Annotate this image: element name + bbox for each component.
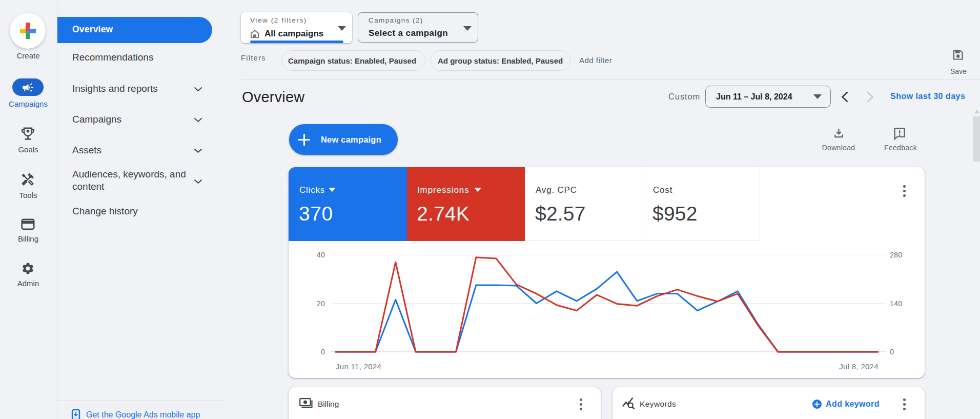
svg-text:40: 40 [317,251,325,259]
svg-text:Jun 11, 2024: Jun 11, 2024 [336,362,381,371]
svg-text:140: 140 [890,300,902,308]
svg-text:280: 280 [890,251,902,259]
svg-text:Jul 8, 2024: Jul 8, 2024 [839,362,879,371]
svg-text:20: 20 [317,300,325,308]
svg-text:0: 0 [890,348,894,356]
svg-text:0: 0 [321,348,325,356]
